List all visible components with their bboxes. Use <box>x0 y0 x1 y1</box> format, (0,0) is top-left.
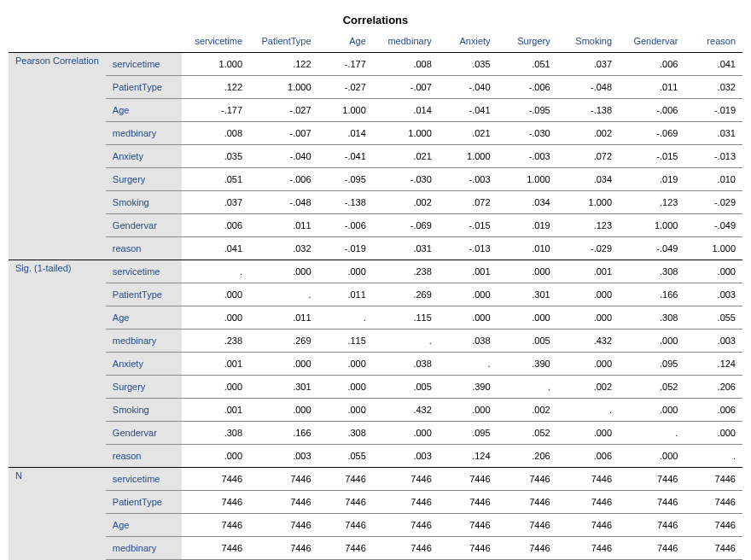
variable-label: Anxiety <box>106 353 182 376</box>
variable-label: Smoking <box>106 399 182 422</box>
cell-value: 1.000 <box>249 76 318 99</box>
cell-value: 7446 <box>373 514 439 537</box>
table-row: Surgery.051-.006-.095-.030-.0031.000.034… <box>9 168 742 191</box>
cell-value: -.007 <box>373 76 439 99</box>
cell-value: . <box>498 376 557 399</box>
cell-value: .052 <box>498 422 557 445</box>
cell-value: 7446 <box>619 468 684 491</box>
variable-label: medbinary <box>106 330 182 353</box>
cell-value: .308 <box>318 422 373 445</box>
section-label: N <box>9 468 106 561</box>
cell-value: .115 <box>318 330 373 353</box>
cell-value: -.006 <box>498 76 557 99</box>
variable-label: Age <box>106 306 182 330</box>
cell-value: -.095 <box>318 168 373 191</box>
variable-label: reason <box>106 237 182 260</box>
header-spacer <box>9 30 182 53</box>
table-row: reason.000.003.055.003.124.206.006.000. <box>9 445 742 468</box>
variable-label: Surgery <box>106 168 182 191</box>
cell-value: .166 <box>249 422 318 445</box>
cell-value: 1.000 <box>498 168 557 191</box>
variable-label: medbinary <box>106 122 182 145</box>
table-row: Pearson Correlationservicetime1.000.122-… <box>9 53 742 76</box>
cell-value: -.027 <box>249 99 318 122</box>
cell-value: -.177 <box>182 99 249 122</box>
table-row: Surgery.000.301.000.005.390..002.052.206 <box>9 376 742 399</box>
cell-value: .005 <box>373 376 439 399</box>
table-row: Sig. (1-tailed)servicetime..000.000.238.… <box>9 260 742 283</box>
section-label: Sig. (1-tailed) <box>9 260 106 468</box>
cell-value: -.041 <box>318 145 373 168</box>
cell-value: .269 <box>373 283 439 306</box>
cell-value: .000 <box>182 376 249 399</box>
cell-value: .021 <box>439 122 498 145</box>
cell-value: 1.000 <box>373 122 439 145</box>
cell-value: .019 <box>619 168 684 191</box>
cell-value: -.095 <box>498 99 557 122</box>
cell-value: .000 <box>318 353 373 376</box>
cell-value: .037 <box>557 53 619 76</box>
header-row: servicetimePatientTypeAgemedbinaryAnxiet… <box>9 30 742 53</box>
cell-value: .000 <box>182 283 249 306</box>
cell-value: .002 <box>373 191 439 214</box>
cell-value: -.138 <box>318 191 373 214</box>
cell-value: .269 <box>249 330 318 353</box>
cell-value: 7446 <box>498 537 557 560</box>
table-row: PatientType.1221.000-.027-.007-.040-.006… <box>9 76 742 99</box>
table-title: Correlations <box>9 9 742 30</box>
cell-value: -.040 <box>249 145 318 168</box>
cell-value: .011 <box>249 306 318 330</box>
cell-value: .432 <box>373 399 439 422</box>
table-row: Age.000.011..115.000.000.000.308.055 <box>9 306 742 330</box>
cell-value: .000 <box>619 330 684 353</box>
cell-value: .000 <box>318 376 373 399</box>
cell-value: .000 <box>498 260 557 283</box>
cell-value: 7446 <box>619 537 684 560</box>
variable-label: servicetime <box>106 260 182 283</box>
cell-value: .002 <box>498 399 557 422</box>
cell-value: .206 <box>498 445 557 468</box>
cell-value: .000 <box>684 260 742 283</box>
cell-value: 7446 <box>318 514 373 537</box>
variable-label: PatientType <box>106 491 182 514</box>
cell-value: 7446 <box>373 468 439 491</box>
cell-value: .014 <box>373 99 439 122</box>
cell-value: .001 <box>439 260 498 283</box>
cell-value: .006 <box>182 214 249 237</box>
cell-value: .000 <box>249 260 318 283</box>
cell-value: .308 <box>619 306 684 330</box>
cell-value: .006 <box>557 445 619 468</box>
column-header: Surgery <box>498 30 557 53</box>
cell-value: .002 <box>557 376 619 399</box>
cell-value: -.015 <box>439 214 498 237</box>
cell-value: 7446 <box>249 491 318 514</box>
table-row: medbinary.008-.007.0141.000.021-.030.002… <box>9 122 742 145</box>
cell-value: 7446 <box>439 537 498 560</box>
cell-value: . <box>619 422 684 445</box>
cell-value: .011 <box>318 283 373 306</box>
column-header: servicetime <box>182 30 249 53</box>
cell-value: .000 <box>182 306 249 330</box>
table-row: Age744674467446744674467446744674467446 <box>9 514 742 537</box>
cell-value: .002 <box>557 122 619 145</box>
cell-value: .000 <box>498 306 557 330</box>
table-row: Smoking.001.000.000.432.000.002..000.006 <box>9 399 742 422</box>
variable-label: Anxiety <box>106 145 182 168</box>
cell-value: -.049 <box>684 214 742 237</box>
cell-value: 7446 <box>182 491 249 514</box>
table-row: PatientType.000..011.269.000.301.000.166… <box>9 283 742 306</box>
cell-value: .003 <box>249 445 318 468</box>
cell-value: 7446 <box>557 514 619 537</box>
cell-value: .034 <box>557 168 619 191</box>
cell-value: .014 <box>318 122 373 145</box>
cell-value: .308 <box>619 260 684 283</box>
cell-value: 7446 <box>619 514 684 537</box>
cell-value: . <box>439 353 498 376</box>
cell-value: .011 <box>249 214 318 237</box>
cell-value: .000 <box>439 283 498 306</box>
cell-value: -.019 <box>318 237 373 260</box>
table-row: Anxiety.035-.040-.041.0211.000-.003.072-… <box>9 145 742 168</box>
cell-value: 7446 <box>684 468 742 491</box>
cell-value: .308 <box>182 422 249 445</box>
cell-value: .010 <box>498 237 557 260</box>
